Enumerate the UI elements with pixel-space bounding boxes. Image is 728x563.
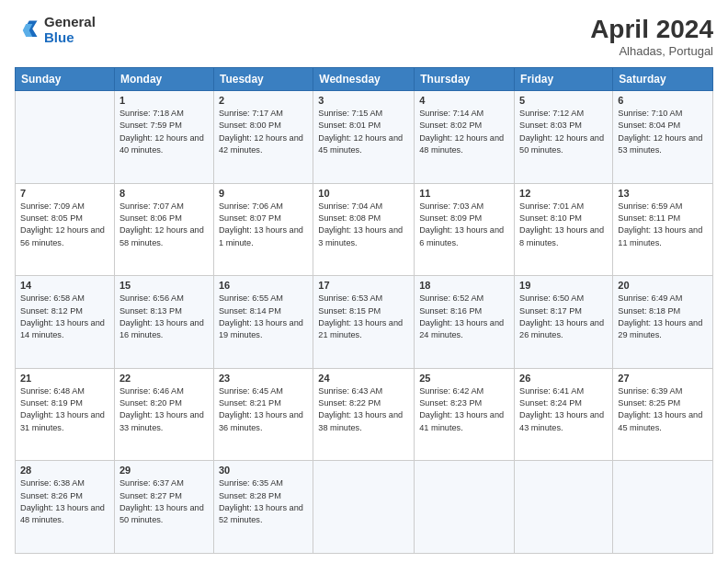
cell-4-1: 21Sunrise: 6:48 AMSunset: 8:19 PMDayligh… bbox=[16, 368, 115, 461]
day-number: 25 bbox=[419, 373, 509, 384]
week-row-3: 14Sunrise: 6:58 AMSunset: 8:12 PMDayligh… bbox=[16, 276, 713, 369]
header: General Blue April 2024 Alhadas, Portuga… bbox=[15, 15, 713, 58]
day-number: 16 bbox=[219, 280, 308, 291]
day-number: 8 bbox=[119, 188, 209, 199]
day-info: Sunrise: 6:56 AMSunset: 8:13 PMDaylight:… bbox=[119, 293, 209, 341]
cell-4-5: 25Sunrise: 6:42 AMSunset: 8:23 PMDayligh… bbox=[415, 368, 515, 461]
logo-general-text: General bbox=[44, 15, 96, 30]
cell-5-2: 29Sunrise: 6:37 AMSunset: 8:27 PMDayligh… bbox=[114, 461, 213, 554]
day-info: Sunrise: 7:03 AMSunset: 8:09 PMDaylight:… bbox=[419, 201, 509, 249]
cell-3-7: 20Sunrise: 6:49 AMSunset: 8:18 PMDayligh… bbox=[613, 276, 713, 369]
cell-3-6: 19Sunrise: 6:50 AMSunset: 8:17 PMDayligh… bbox=[515, 276, 613, 369]
month-title: April 2024 bbox=[590, 15, 713, 44]
day-info: Sunrise: 6:53 AMSunset: 8:15 PMDaylight:… bbox=[318, 293, 409, 341]
cell-4-2: 22Sunrise: 6:46 AMSunset: 8:20 PMDayligh… bbox=[114, 368, 213, 461]
day-info: Sunrise: 6:39 AMSunset: 8:25 PMDaylight:… bbox=[618, 385, 708, 434]
day-number: 15 bbox=[119, 280, 209, 291]
day-number: 2 bbox=[219, 95, 308, 106]
day-number: 24 bbox=[318, 373, 409, 384]
day-info: Sunrise: 6:49 AMSunset: 8:18 PMDaylight:… bbox=[618, 293, 708, 341]
logo-text: General Blue bbox=[44, 15, 96, 45]
cell-1-7: 6Sunrise: 7:10 AMSunset: 8:04 PMDaylight… bbox=[613, 91, 713, 184]
cell-3-5: 18Sunrise: 6:52 AMSunset: 8:16 PMDayligh… bbox=[415, 276, 515, 369]
day-info: Sunrise: 6:59 AMSunset: 8:11 PMDaylight:… bbox=[618, 201, 708, 249]
day-number: 1 bbox=[119, 95, 209, 106]
cell-4-4: 24Sunrise: 6:43 AMSunset: 8:22 PMDayligh… bbox=[313, 368, 415, 461]
day-info: Sunrise: 7:04 AMSunset: 8:08 PMDaylight:… bbox=[318, 201, 409, 249]
col-header-monday: Monday bbox=[114, 68, 213, 91]
day-number: 27 bbox=[618, 373, 708, 384]
title-section: April 2024 Alhadas, Portugal bbox=[590, 15, 713, 58]
cell-2-7: 13Sunrise: 6:59 AMSunset: 8:11 PMDayligh… bbox=[613, 183, 713, 276]
day-number: 11 bbox=[419, 188, 509, 199]
day-info: Sunrise: 7:18 AMSunset: 7:59 PMDaylight:… bbox=[119, 108, 209, 156]
cell-4-7: 27Sunrise: 6:39 AMSunset: 8:25 PMDayligh… bbox=[613, 368, 713, 461]
col-header-thursday: Thursday bbox=[415, 68, 515, 91]
day-info: Sunrise: 6:37 AMSunset: 8:27 PMDaylight:… bbox=[119, 477, 209, 526]
day-info: Sunrise: 6:35 AMSunset: 8:28 PMDaylight:… bbox=[219, 477, 308, 526]
day-info: Sunrise: 7:10 AMSunset: 8:04 PMDaylight:… bbox=[618, 108, 708, 156]
cell-5-4 bbox=[313, 461, 415, 554]
cell-2-5: 11Sunrise: 7:03 AMSunset: 8:09 PMDayligh… bbox=[415, 183, 515, 276]
cell-2-3: 9Sunrise: 7:06 AMSunset: 8:07 PMDaylight… bbox=[213, 183, 313, 276]
col-header-sunday: Sunday bbox=[16, 68, 115, 91]
cell-4-3: 23Sunrise: 6:45 AMSunset: 8:21 PMDayligh… bbox=[213, 368, 313, 461]
week-row-5: 28Sunrise: 6:38 AMSunset: 8:26 PMDayligh… bbox=[16, 461, 713, 554]
day-number: 23 bbox=[219, 373, 308, 384]
day-number: 30 bbox=[219, 465, 308, 476]
day-number: 14 bbox=[20, 280, 109, 291]
page: General Blue April 2024 Alhadas, Portuga… bbox=[0, 0, 728, 563]
cell-3-4: 17Sunrise: 6:53 AMSunset: 8:15 PMDayligh… bbox=[313, 276, 415, 369]
day-info: Sunrise: 7:12 AMSunset: 8:03 PMDaylight:… bbox=[519, 108, 608, 156]
cell-1-2: 1Sunrise: 7:18 AMSunset: 7:59 PMDaylight… bbox=[114, 91, 213, 184]
cell-3-3: 16Sunrise: 6:55 AMSunset: 8:14 PMDayligh… bbox=[213, 276, 313, 369]
day-number: 10 bbox=[318, 188, 409, 199]
day-info: Sunrise: 6:46 AMSunset: 8:20 PMDaylight:… bbox=[119, 385, 209, 434]
day-number: 13 bbox=[618, 188, 708, 199]
day-info: Sunrise: 7:09 AMSunset: 8:05 PMDaylight:… bbox=[20, 201, 109, 249]
day-info: Sunrise: 6:41 AMSunset: 8:24 PMDaylight:… bbox=[519, 385, 608, 434]
cell-5-6 bbox=[515, 461, 613, 554]
col-header-saturday: Saturday bbox=[613, 68, 713, 91]
cell-1-5: 4Sunrise: 7:14 AMSunset: 8:02 PMDaylight… bbox=[415, 91, 515, 184]
cell-2-6: 12Sunrise: 7:01 AMSunset: 8:10 PMDayligh… bbox=[515, 183, 613, 276]
day-number: 9 bbox=[219, 188, 308, 199]
day-info: Sunrise: 6:48 AMSunset: 8:19 PMDaylight:… bbox=[20, 385, 109, 434]
cell-2-4: 10Sunrise: 7:04 AMSunset: 8:08 PMDayligh… bbox=[313, 183, 415, 276]
day-number: 26 bbox=[519, 373, 608, 384]
col-header-friday: Friday bbox=[515, 68, 613, 91]
header-row: SundayMondayTuesdayWednesdayThursdayFrid… bbox=[16, 68, 713, 91]
day-info: Sunrise: 6:43 AMSunset: 8:22 PMDaylight:… bbox=[318, 385, 409, 434]
logo: General Blue bbox=[15, 15, 96, 45]
day-info: Sunrise: 7:17 AMSunset: 8:00 PMDaylight:… bbox=[219, 108, 308, 156]
day-number: 7 bbox=[20, 188, 109, 199]
day-info: Sunrise: 7:15 AMSunset: 8:01 PMDaylight:… bbox=[318, 108, 409, 156]
day-info: Sunrise: 7:01 AMSunset: 8:10 PMDaylight:… bbox=[519, 201, 608, 249]
col-header-tuesday: Tuesday bbox=[213, 68, 313, 91]
day-number: 19 bbox=[519, 280, 608, 291]
day-number: 6 bbox=[618, 95, 708, 106]
day-info: Sunrise: 6:50 AMSunset: 8:17 PMDaylight:… bbox=[519, 293, 608, 341]
cell-2-1: 7Sunrise: 7:09 AMSunset: 8:05 PMDaylight… bbox=[16, 183, 115, 276]
location: Alhadas, Portugal bbox=[590, 44, 713, 58]
cell-1-1 bbox=[16, 91, 115, 184]
cell-4-6: 26Sunrise: 6:41 AMSunset: 8:24 PMDayligh… bbox=[515, 368, 613, 461]
day-number: 17 bbox=[318, 280, 409, 291]
day-info: Sunrise: 6:42 AMSunset: 8:23 PMDaylight:… bbox=[419, 385, 509, 434]
day-info: Sunrise: 6:58 AMSunset: 8:12 PMDaylight:… bbox=[20, 293, 109, 341]
day-info: Sunrise: 7:14 AMSunset: 8:02 PMDaylight:… bbox=[419, 108, 509, 156]
day-number: 12 bbox=[519, 188, 608, 199]
week-row-4: 21Sunrise: 6:48 AMSunset: 8:19 PMDayligh… bbox=[16, 368, 713, 461]
cell-3-1: 14Sunrise: 6:58 AMSunset: 8:12 PMDayligh… bbox=[16, 276, 115, 369]
cell-5-7 bbox=[613, 461, 713, 554]
day-number: 3 bbox=[318, 95, 409, 106]
week-row-1: 1Sunrise: 7:18 AMSunset: 7:59 PMDaylight… bbox=[16, 91, 713, 184]
day-number: 22 bbox=[119, 373, 209, 384]
day-info: Sunrise: 6:38 AMSunset: 8:26 PMDaylight:… bbox=[20, 477, 109, 526]
day-info: Sunrise: 7:06 AMSunset: 8:07 PMDaylight:… bbox=[219, 201, 308, 249]
day-number: 4 bbox=[419, 95, 509, 106]
logo-blue-text: Blue bbox=[44, 30, 96, 46]
day-number: 29 bbox=[119, 465, 209, 476]
cell-5-3: 30Sunrise: 6:35 AMSunset: 8:28 PMDayligh… bbox=[213, 461, 313, 554]
cell-1-6: 5Sunrise: 7:12 AMSunset: 8:03 PMDaylight… bbox=[515, 91, 613, 184]
